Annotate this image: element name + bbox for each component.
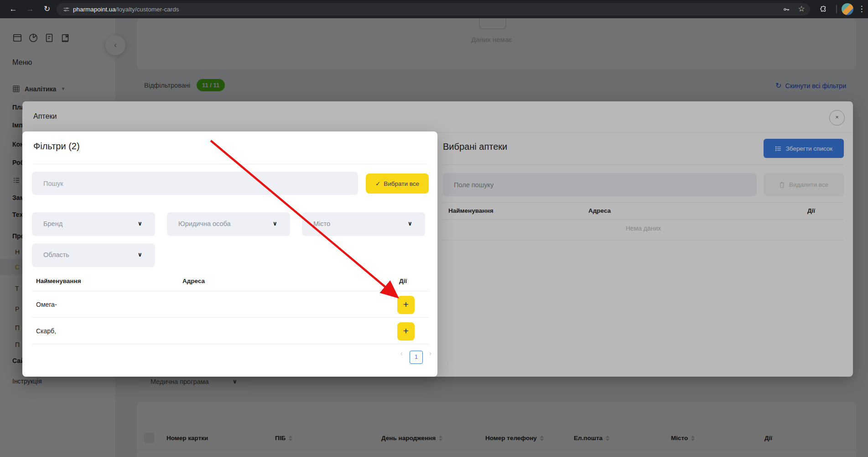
chevron-down-icon: ∨ (272, 220, 277, 227)
column-header: Адреса (182, 278, 205, 284)
legal-entity-select[interactable]: Юридична особа∨ (167, 212, 290, 236)
region-select[interactable]: Область∨ (32, 243, 155, 267)
divider (33, 164, 426, 164)
forward-button[interactable]: → (23, 0, 37, 18)
profile-avatar[interactable] (842, 3, 853, 15)
select-all-label: Вибрати все (384, 180, 419, 187)
browser-toolbar: ← → ↻ pharmapoint.ua/loyalty/customer-ca… (0, 0, 868, 18)
filters-search-input[interactable] (32, 172, 358, 195)
chevron-down-icon: ∨ (137, 220, 142, 227)
city-select[interactable]: Місто∨ (302, 212, 425, 236)
add-pharmacy-button[interactable]: + (397, 296, 415, 314)
toolbar-separator (836, 5, 837, 13)
url-path: /loyalty/customer-cards (116, 6, 179, 13)
pharmacy-row-name: Скарб, (36, 327, 56, 335)
filters-title: Фільтри (2) (33, 141, 80, 152)
bookmark-star-icon[interactable]: ☆ (795, 0, 808, 18)
add-pharmacy-button[interactable]: + (397, 322, 415, 341)
chevron-down-icon: ∨ (407, 220, 412, 227)
extensions-icon[interactable] (820, 5, 827, 13)
url-domain: pharmapoint.ua (73, 6, 116, 13)
select-all-button[interactable]: ✓ Вибрати все (366, 173, 429, 194)
back-button[interactable]: ← (6, 0, 20, 18)
site-settings-icon[interactable] (63, 6, 70, 13)
pharmacy-row-name: Омега- (36, 301, 57, 308)
password-key-icon[interactable] (783, 6, 790, 13)
brand-select[interactable]: Бренд∨ (32, 212, 155, 236)
chevron-down-icon: ∨ (137, 251, 142, 258)
pagination-next[interactable]: › (429, 350, 431, 357)
check-icon: ✓ (375, 180, 380, 187)
pagination-page-1[interactable]: 1 (410, 351, 423, 364)
divider (32, 344, 429, 344)
divider (32, 317, 429, 318)
browser-menu-icon[interactable]: ⋮ (855, 0, 868, 18)
url-text[interactable]: pharmapoint.ua/loyalty/customer-cards (73, 0, 179, 18)
filters-dialog: Фільтри (2) ✓ Вибрати все Бренд∨ Юридичн… (22, 131, 437, 377)
pagination-prev[interactable]: ‹ (400, 350, 403, 357)
reload-button[interactable]: ↻ (40, 0, 54, 18)
screen: Меню Аналітика ▼ Пла Імп Кон Роб Зам Тех… (0, 0, 868, 457)
column-header: Дії (399, 278, 407, 284)
column-header: Найменування (36, 278, 81, 284)
divider (32, 291, 429, 291)
